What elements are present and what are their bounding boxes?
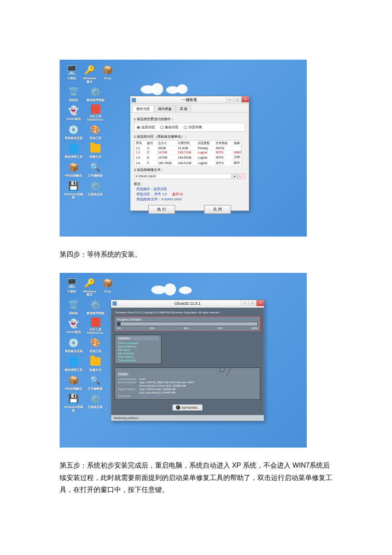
step5-caption: 第五步：系统初步安装完成后，重启电脑，系统自动进入 XP 系统，不会进入 WIN… [60,460,332,496]
titlebar[interactable]: 一键恢复 ─ □ ✕ [130,96,249,104]
app-icon [132,98,136,102]
tab-strip: 操作分区 操作硬盘 高 级 [130,104,249,113]
icon-driver-prog[interactable]: ⚙️驱动程序智能 [86,299,105,315]
table-row[interactable]: 1:1C:25GB21.4GBPrimaryFAT32 [134,146,245,150]
path-dropdown-button[interactable]: ▾ [232,173,238,179]
status-path: 所选路径/文件：X:\GHO.GHO [136,197,245,202]
tab-disk[interactable]: 操作硬盘 [154,105,176,112]
table-header: 文件系统 [214,141,232,146]
detail-value: Local [139,378,196,380]
icon-windows-activate[interactable]: 🔑Windows激活 [82,64,97,83]
icon-driver-clean[interactable]: 🌐驱动清理工具 [64,142,83,159]
icon-computer[interactable]: 🖥️计算机 [64,277,79,296]
icon-temp[interactable]: 📦Temp [100,64,115,83]
icon-ghost-backup[interactable]: 👻Ghost备份 [64,318,83,334]
icon-other-tool[interactable]: 🎨其他工具 [86,124,105,140]
close-button[interactable]: ✕ [241,96,249,102]
icon-disk-genius[interactable]: 分区工具 DiskGenius [86,318,105,334]
table-scrollbar[interactable] [241,140,245,166]
icon-computer[interactable]: 🖥️计算机 [64,64,79,83]
detail-label [118,384,138,387]
symantec-branding: ✓symantec. [114,402,261,410]
ghost-copyright: Symantec Ghost 11.5.1 Copyright (C) 1998… [114,310,261,315]
details-panel: Details Connection typeLocalSource Parti… [115,367,260,400]
icon-windows-install[interactable]: 💾Windows安装器 [64,393,83,412]
ghost-app-icon [112,301,117,306]
execute-button[interactable]: 执 行 [148,205,175,214]
icon-driver-prog[interactable]: ⚙️驱动程序智能 [86,86,105,102]
table-header: 可用空间 [176,141,196,146]
radio-backup[interactable]: 备份分区 [160,125,179,130]
icon-driver-clean[interactable]: 🌐驱动清理工具 [64,356,83,372]
status-label: 状态： [134,182,245,186]
image-path-input[interactable] [134,173,232,179]
operation-radio-group: 还原分区 备份分区 分区对拷 [134,123,245,132]
icon-text-editor[interactable]: 🔍文本编辑器 [86,374,105,390]
section1-label: 1.请选择您要进行的操作： [134,117,245,121]
icon-quick-share[interactable]: 快捷方式 [86,142,105,159]
icon-recycle[interactable]: 🗑️回收站 [64,299,83,315]
symantec-logo-icon: ✓ [176,405,180,410]
maximize-button[interactable]: □ [233,96,241,102]
browse-button[interactable]: … [238,173,245,179]
icon-temp[interactable]: 📦Temp [100,277,115,296]
status-partition: 所选分区： 序号 1:2盘符 D: [136,192,245,197]
section3-label: 3.请选择镜像文件： [134,168,245,172]
icon-text-editor[interactable]: 🔍文本编辑器 [86,161,105,177]
table-row[interactable]: 1:2D:147GB140.71GBLogicalNTFSWIN7 [134,150,245,155]
detail-label [118,391,138,394]
table-header: 分区类型 [196,141,214,146]
swoosh-graphic: ╰╯╱ [217,367,231,376]
tab-partition[interactable]: 操作分区 [133,105,154,112]
table-row[interactable]: 1:4F:146.79GB146.61GBLogicalNTFS娱乐 [134,160,245,166]
stat-row: Speed (MB/min) [118,345,141,348]
step4-caption: 第四步：等待系统的安装。 [60,249,332,261]
close-button[interactable]: ✕ [256,300,264,306]
tab-advanced[interactable]: 高 级 [176,105,191,112]
desktop-icons-grid-2: 🖥️计算机 🔑Windows激活 📦Temp 🗑️回收站 ⚙️驱动程序智能 👻G… [64,277,115,415]
table-row[interactable]: 1:3E:147GB146.85GBLogicalNTFS文档 [134,155,245,160]
maximize-button[interactable]: □ [248,300,256,306]
radio-restore[interactable]: 还原分区 [137,125,155,130]
detail-value: from Local drive [1], 476940 MB [139,391,196,394]
ghost-statusbar: Restoring partition... [111,415,264,421]
ghost-titlebar[interactable]: Ghost32 11.5.1 ─ □ ✕ [111,300,264,308]
icon-system-backup[interactable]: 💿系统备份还原 [64,337,83,353]
icon-windows-install[interactable]: 💾Windows安装器 [64,180,83,199]
screenshot-desktop-onekey: 🖥️计算机 🔑Windows激活 📦Temp 🗑️回收站 ⚙️驱动程序智能 👻G… [60,60,307,237]
detail-label: Source Partition [118,381,138,384]
stat-row: Time remaining [118,359,141,361]
radio-compare[interactable]: 分区对拷 [184,125,202,130]
icon-registry-restore[interactable]: ⚙️注册表还原 [86,393,105,412]
stat-row: MB remaining [118,352,141,355]
icon-other-tool[interactable]: 🎨其他工具 [86,337,105,353]
stat-row: Percent complete [118,342,141,344]
title-text: 一键恢复 [182,97,197,103]
detail-label: Current file [118,395,138,397]
details-label: Details [117,372,129,376]
icon-quick-share[interactable]: 快捷方式 [86,356,105,372]
table-header: 总大小 [156,141,176,146]
close-dialog-button[interactable]: 关 闭 [204,205,231,214]
icon-ghost-backup[interactable]: 👻Ghost备份 [64,104,83,121]
icon-disk-genius[interactable]: 分区工具 DiskGenius [86,104,105,121]
icon-registry-restore[interactable]: ⚙️注册表还原 [86,180,105,199]
detail-value: Type:7 [NTFS], 35007 MB, 6874 MB used, W… [139,381,196,384]
status-operation: 所选操作：还原分区 [136,187,245,191]
icon-win-compress[interactable]: 📦WIN压缩解压 [64,161,83,177]
icon-windows-activate[interactable]: 🔑Windows激活 [82,277,97,296]
icon-win-compress[interactable]: 📦WIN压缩解压 [64,374,83,390]
icon-system-backup[interactable]: 💿系统备份还原 [64,124,83,140]
progress-ticks: 0%25%50%75%100% [117,327,258,330]
table-header: 盘符 [145,141,156,146]
progress-bar [117,322,258,326]
minimize-button[interactable]: ─ [226,96,233,102]
partition-table[interactable]: 序号盘符总大小可用空间分区类型文件系统卷标 1:1C:25GB21.4GBPri… [134,140,245,166]
statistics-panel: Statistics Percent completeSpeed (MB/min… [115,335,161,364]
detail-value: from Local file D:\GHO.GHO, 953869 MB [139,384,196,387]
icon-recycle[interactable]: 🗑️回收站 [64,86,83,102]
onekey-dialog: 一键恢复 ─ □ ✕ 操作分区 操作硬盘 高 级 1.请选择您要进行的操作： 还… [130,96,249,211]
screenshot-desktop-ghost: 🖥️计算机 🔑Windows激活 📦Temp 🗑️回收站 ⚙️驱动程序智能 👻G… [60,273,307,448]
minimize-button[interactable]: ─ [241,300,248,306]
detail-value [139,395,196,397]
